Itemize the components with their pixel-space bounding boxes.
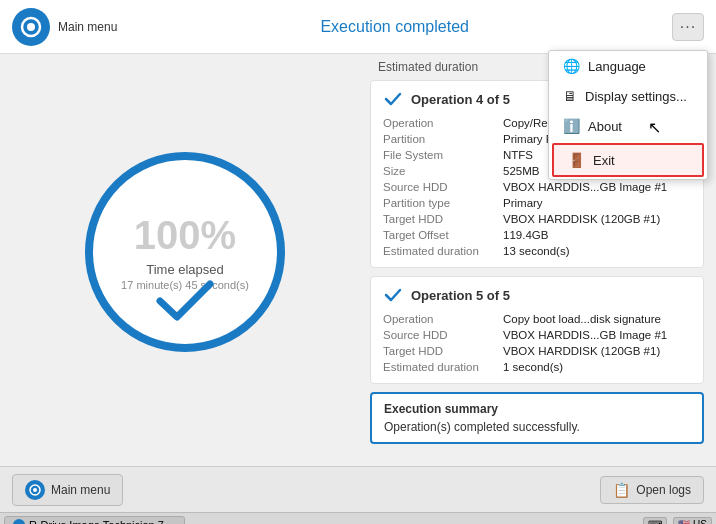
op5-field-0-value: Copy boot load...disk signature xyxy=(503,311,691,327)
svg-point-3 xyxy=(33,488,37,492)
taskbar-app[interactable]: R-Drive Image Technician 7.... xyxy=(4,516,185,525)
open-logs-button[interactable]: 📋 Open logs xyxy=(600,476,704,504)
keyboard-icon-box[interactable]: ⌨ xyxy=(643,517,667,524)
dropdown-language[interactable]: 🌐 Language xyxy=(549,51,707,81)
dropdown-menu: 🌐 Language 🖥 Display settings... ℹ️ Abou… xyxy=(548,50,708,180)
page-title: Execution completed xyxy=(117,18,672,36)
dropdown-exit[interactable]: 🚪 Exit xyxy=(552,143,704,177)
taskbar-app-icon xyxy=(13,519,25,525)
time-elapsed-label: Time elapsed xyxy=(146,262,224,277)
op4-field-8-value: 13 second(s) xyxy=(503,243,691,259)
svg-point-1 xyxy=(27,23,35,31)
dots-icon: ··· xyxy=(680,18,696,36)
op5-field-0-label: Operation xyxy=(383,311,503,327)
checkmark-icon xyxy=(155,279,215,324)
open-logs-label: Open logs xyxy=(636,483,691,497)
header: Main menu Execution completed ··· 🌐 Lang… xyxy=(0,0,716,54)
op4-field-6-value: VBOX HARDDISK (120GB #1) xyxy=(503,211,691,227)
op4-field-7-value: 119.4GB xyxy=(503,227,691,243)
display-icon: 🖥 xyxy=(563,88,577,104)
table-row: Estimated duration 13 second(s) xyxy=(383,243,691,259)
execution-summary-title: Execution summary xyxy=(384,402,690,416)
op4-check-icon xyxy=(383,89,403,109)
main-menu-button[interactable]: Main menu xyxy=(12,474,123,506)
op4-field-3-label: Size xyxy=(383,163,503,179)
op5-field-3-value: 1 second(s) xyxy=(503,359,691,375)
keyboard-icon: ⌨ xyxy=(648,519,662,524)
op4-field-5-value: Primary xyxy=(503,195,691,211)
taskbar-app-label: R-Drive Image Technician 7.... xyxy=(29,519,176,525)
app-logo[interactable] xyxy=(12,8,50,46)
op5-check-icon xyxy=(383,285,403,305)
progress-percent: 100% xyxy=(134,213,236,258)
footer: Main menu 📋 Open logs xyxy=(0,466,716,512)
op4-field-7-label: Target Offset xyxy=(383,227,503,243)
summary-label: Estimated duration xyxy=(378,60,478,74)
op5-field-1-value: VBOX HARDDIS...GB Image #1 xyxy=(503,327,691,343)
taskbar-right: ⌨ 🇺🇸 US xyxy=(643,517,712,524)
op4-title: Operation 4 of 5 xyxy=(411,92,510,107)
op4-field-2-label: File System xyxy=(383,147,503,163)
footer-logo-icon xyxy=(25,480,45,500)
op4-field-0-label: Operation xyxy=(383,115,503,131)
table-row: Source HDD VBOX HARDDIS...GB Image #1 xyxy=(383,179,691,195)
left-panel: 100% Time elapsed 17 minute(s) 45 second… xyxy=(0,54,370,466)
taskbar: R-Drive Image Technician 7.... ⌨ 🇺🇸 US xyxy=(0,512,716,524)
op4-field-4-label: Source HDD xyxy=(383,179,503,195)
progress-circle: 100% Time elapsed 17 minute(s) 45 second… xyxy=(85,152,285,352)
table-row: Target Offset 119.4GB xyxy=(383,227,691,243)
table-row: Target HDD VBOX HARDDISK (120GB #1) xyxy=(383,343,691,359)
dropdown-about-label: About xyxy=(588,119,622,134)
main-menu-label: Main menu xyxy=(51,483,110,497)
execution-summary-text: Operation(s) completed successfully. xyxy=(384,420,690,434)
table-row: Partition type Primary xyxy=(383,195,691,211)
logs-icon: 📋 xyxy=(613,482,630,498)
exit-icon: 🚪 xyxy=(568,152,585,168)
op4-field-4-value: VBOX HARDDIS...GB Image #1 xyxy=(503,179,691,195)
op4-field-6-label: Target HDD xyxy=(383,211,503,227)
op4-field-5-label: Partition type xyxy=(383,195,503,211)
dropdown-exit-label: Exit xyxy=(593,153,615,168)
locale-label: US xyxy=(693,519,707,524)
op5-table: Operation Copy boot load...disk signatur… xyxy=(383,311,691,375)
locale-icon-box[interactable]: 🇺🇸 US xyxy=(673,517,712,524)
op4-field-1-label: Partition xyxy=(383,131,503,147)
op5-field-3-label: Estimated duration xyxy=(383,359,503,375)
language-flag-icon: 🌐 xyxy=(563,58,580,74)
op5-field-1-label: Source HDD xyxy=(383,327,503,343)
op5-field-2-label: Target HDD xyxy=(383,343,503,359)
dropdown-about[interactable]: ℹ️ About xyxy=(549,111,707,141)
execution-summary-card: Execution summary Operation(s) completed… xyxy=(370,392,704,444)
dropdown-display-label: Display settings... xyxy=(585,89,687,104)
operation-card-5: Operation 5 of 5 Operation Copy boot loa… xyxy=(370,276,704,384)
operation-header-5: Operation 5 of 5 xyxy=(383,285,691,305)
info-icon: ℹ️ xyxy=(563,118,580,134)
dropdown-display-settings[interactable]: 🖥 Display settings... xyxy=(549,81,707,111)
op4-field-8-label: Estimated duration xyxy=(383,243,503,259)
op5-title: Operation 5 of 5 xyxy=(411,288,510,303)
locale-flag: 🇺🇸 xyxy=(678,519,690,524)
table-row: Operation Copy boot load...disk signatur… xyxy=(383,311,691,327)
table-row: Estimated duration 1 second(s) xyxy=(383,359,691,375)
op5-field-2-value: VBOX HARDDISK (120GB #1) xyxy=(503,343,691,359)
main-menu-label[interactable]: Main menu xyxy=(58,20,117,34)
table-row: Source HDD VBOX HARDDIS...GB Image #1 xyxy=(383,327,691,343)
more-options-button[interactable]: ··· xyxy=(672,13,704,41)
table-row: Target HDD VBOX HARDDISK (120GB #1) xyxy=(383,211,691,227)
dropdown-language-label: Language xyxy=(588,59,646,74)
